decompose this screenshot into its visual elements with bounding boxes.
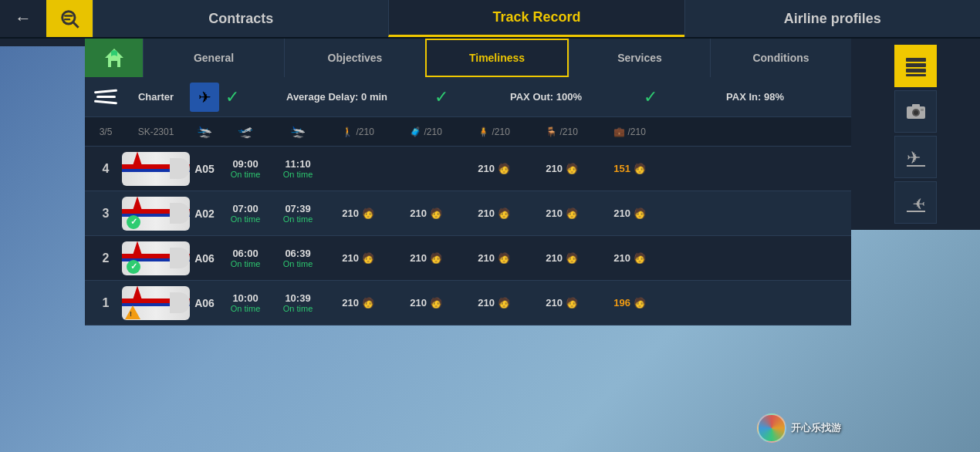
svg-rect-7 xyxy=(906,74,926,76)
cell-pax5: 210 🧑 xyxy=(596,252,664,264)
col-pax-walk: 🚶 /210 xyxy=(324,126,392,137)
tab-track-record[interactable]: Track Record xyxy=(388,0,684,37)
tab-timeliness[interactable]: Timeliness xyxy=(425,39,569,77)
cell-time1: 09:00 On time xyxy=(219,158,272,179)
table-row: 4 A05 09:00 On time 11:10 On time xyxy=(85,147,851,191)
stat-pax-out: PAX Out: 100% xyxy=(455,91,637,103)
search-button[interactable] xyxy=(46,0,93,37)
col-header-flight: SK-2301 xyxy=(122,126,190,137)
svg-text:✈: ✈ xyxy=(912,195,925,212)
stat-delay: Average Delay: 0 min xyxy=(245,91,428,103)
svg-rect-6 xyxy=(906,69,926,73)
watermark-text: 开心乐找游 xyxy=(791,421,841,435)
cell-pax2: 210 🧑 xyxy=(392,252,460,264)
table-row: 1 ! A06 10:00 On time 10:39 xyxy=(85,281,851,326)
cell-gate: A06 xyxy=(190,252,219,265)
column-headers: 3/5 SK-2301 🛬 🛫 🛬 🚶 /210 🧳 /210 🧍 /210 🪑… xyxy=(85,117,851,147)
cell-pax1: 210 🧑 xyxy=(324,252,392,264)
svg-text:✈: ✈ xyxy=(907,148,921,167)
col-header-num: 3/5 xyxy=(90,126,122,137)
cell-pax2: 210 🧑 xyxy=(392,297,460,309)
table-header: Charter ✈ ✓ Average Delay: 0 min ✓ PAX O… xyxy=(85,77,851,117)
cell-pax4: 210 🧑 xyxy=(528,163,596,174)
airline-logo xyxy=(90,90,122,103)
left-sidebar xyxy=(0,39,85,46)
tab-objectives[interactable]: Objectives xyxy=(284,39,425,77)
plane-header-icon: ✈ xyxy=(190,83,219,112)
cell-gate: A02 xyxy=(190,207,219,220)
cell-time1: 06:00 On time xyxy=(219,248,272,268)
svg-rect-12 xyxy=(921,109,924,111)
cell-time1: 07:00 On time xyxy=(219,203,272,224)
cell-time2: 06:39 On time xyxy=(272,248,324,268)
col-pax-bag: 🧳 /210 xyxy=(392,126,460,137)
cell-pax3: 210 🧑 xyxy=(460,297,528,309)
cell-time2: 11:10 On time xyxy=(272,158,324,179)
svg-line-1 xyxy=(73,22,78,27)
airline-plane: ! xyxy=(122,286,190,320)
svg-rect-2 xyxy=(64,15,73,16)
check-icon-1: ✓ xyxy=(225,87,239,107)
cell-pax1: 210 🧑 xyxy=(324,207,392,219)
col-pax-info: 🪑 /210 xyxy=(528,126,596,137)
cell-pax1: 210 🧑 xyxy=(324,297,392,309)
table-row: 2 ✓ A06 06:00 On time 06:39 On t xyxy=(85,236,851,281)
tab-general[interactable]: General xyxy=(143,39,284,77)
stat-pax-in: PAX In: 98% xyxy=(664,91,847,103)
check-icon-2: ✓ xyxy=(434,87,448,107)
col-pax-carry: 💼 /210 xyxy=(596,126,664,137)
airline-plane: ✓ xyxy=(122,241,190,275)
row-num: 3 xyxy=(90,207,122,221)
cell-pax3: 210 🧑 xyxy=(460,252,528,264)
svg-rect-5 xyxy=(906,63,926,67)
tab-airline-profiles[interactable]: Airline profiles xyxy=(684,0,980,37)
cell-pax2: 210 🧑 xyxy=(392,207,460,219)
airline-plane xyxy=(122,152,190,186)
check-icon-3: ✓ xyxy=(644,87,657,107)
row-num: 1 xyxy=(90,296,122,310)
col-icon-land2: 🛬 xyxy=(272,124,324,139)
sidebar-stack-icon[interactable] xyxy=(894,45,937,87)
cell-time2: 07:39 On time xyxy=(272,203,324,224)
svg-point-10 xyxy=(914,110,918,115)
svg-rect-3 xyxy=(64,19,70,20)
home-tab[interactable] xyxy=(85,39,143,77)
cell-gate: A05 xyxy=(190,163,219,175)
cell-time1: 10:00 On time xyxy=(219,292,272,313)
cell-pax5: 151 🧑 xyxy=(596,163,664,174)
sidebar-camera-icon[interactable] xyxy=(894,90,937,133)
cell-gate: A06 xyxy=(190,297,219,309)
sidebar-plane-depart-icon[interactable]: ✈ xyxy=(894,136,937,178)
cell-pax4: 210 🧑 xyxy=(528,207,596,219)
back-button[interactable]: ← xyxy=(0,0,46,37)
sub-tabs: General Objectives Timeliness Services C… xyxy=(85,39,851,77)
col-pax-stand: 🧍 /210 xyxy=(460,126,528,137)
cell-pax3: 210 🧑 xyxy=(460,163,528,174)
cell-pax4: 210 🧑 xyxy=(528,252,596,264)
table-row: 3 ✓ A02 07:00 On time 07:39 On t xyxy=(85,191,851,236)
svg-rect-11 xyxy=(912,104,920,107)
tab-services[interactable]: Services xyxy=(569,39,710,77)
row-num: 4 xyxy=(90,162,122,176)
svg-point-0 xyxy=(63,12,75,24)
tab-contracts[interactable]: Contracts xyxy=(93,0,388,37)
cell-pax3: 210 🧑 xyxy=(460,207,528,219)
cell-pax4: 210 🧑 xyxy=(528,297,596,309)
row-num: 2 xyxy=(90,251,122,265)
right-sidebar: ✈ ✈ xyxy=(851,39,980,230)
watermark: 开心乐找游 xyxy=(757,413,841,443)
airline-plane: ✓ xyxy=(122,197,190,231)
col-icon-depart: 🛫 xyxy=(219,124,272,139)
cell-pax5: 196 🧑 xyxy=(596,297,664,309)
cell-pax5: 210 🧑 xyxy=(596,207,664,219)
content-area: General Objectives Timeliness Services C… xyxy=(85,39,851,326)
charter-label: Charter xyxy=(122,91,190,103)
tab-conditions[interactable]: Conditions xyxy=(710,39,851,77)
top-navigation: ← Contracts Track Record Airline profile… xyxy=(0,0,980,39)
col-icon-land: 🛬 xyxy=(190,124,219,139)
sidebar-plane-arrive-icon[interactable]: ✈ xyxy=(894,181,937,224)
cell-time2: 10:39 On time xyxy=(272,292,324,313)
svg-rect-4 xyxy=(906,58,926,62)
